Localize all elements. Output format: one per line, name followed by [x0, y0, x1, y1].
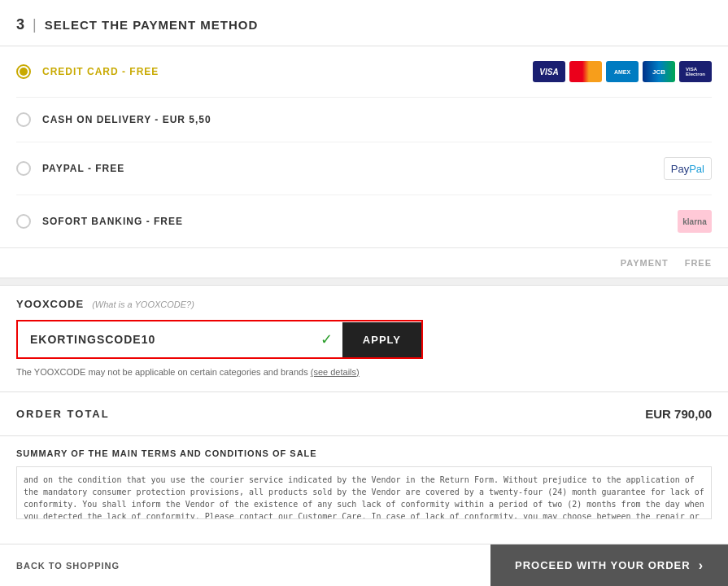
payment-summary-label: PAYMENT [621, 258, 669, 268]
radio-credit-card[interactable] [16, 64, 31, 79]
apply-button[interactable]: APPLY [342, 322, 421, 357]
paypal-icon: Pay Pal [664, 157, 712, 180]
proceed-button[interactable]: PROCEED WITH YOUR ORDER › [490, 544, 728, 586]
payment-icons-paypal: Pay Pal [664, 157, 712, 180]
radio-paypal[interactable] [16, 161, 31, 176]
paypal-pal-text: Pal [689, 163, 704, 175]
payment-options: CREDIT CARD - FREE VISA AMEX JCB VISAEle… [0, 46, 728, 247]
step-divider: | [33, 16, 37, 33]
order-total-section: ORDER TOTAL EUR 790,00 [0, 391, 728, 436]
terms-text-area[interactable] [16, 466, 712, 519]
radio-sofort[interactable] [16, 214, 31, 229]
order-total-label: ORDER TOTAL [16, 408, 110, 420]
bottom-bar: BACK TO SHOPPING PROCEED WITH YOUR ORDER… [0, 544, 728, 586]
yooxcode-disclaimer: The YOOXCODE may not be applicable on ce… [16, 367, 712, 377]
proceed-arrow-icon: › [699, 558, 704, 573]
jcb-icon: JCB [643, 61, 675, 82]
order-total-value: EUR 790,00 [645, 407, 712, 421]
back-to-shopping-link[interactable]: BACK TO SHOPPING [0, 544, 490, 586]
yooxcode-section: YOOXCODE (What is a YOOXCODE?) ✓ APPLY T… [0, 286, 728, 385]
radio-cash-on-delivery[interactable] [16, 112, 31, 127]
payment-label-credit-card: CREDIT CARD - FREE [42, 66, 533, 77]
payment-summary: PAYMENT FREE [0, 247, 728, 278]
payment-icons-sofort: klarna [678, 210, 712, 233]
visa-electron-icon: VISAElectron [679, 61, 712, 82]
yooxcode-header: YOOXCODE (What is a YOOXCODE?) [16, 298, 712, 310]
valid-checkmark-icon: ✓ [311, 330, 342, 348]
page-wrapper: 3 | SELECT THE PAYMENT METHOD CREDIT CAR… [0, 0, 728, 586]
terms-section: SUMMARY OF THE MAIN TERMS AND CONDITIONS… [0, 436, 728, 530]
mastercard-icon [569, 61, 602, 82]
separator [0, 278, 728, 286]
paypal-pay-text: Pay [671, 163, 689, 175]
payment-icons-credit-card: VISA AMEX JCB VISAElectron [533, 61, 712, 82]
payment-option-paypal[interactable]: PAYPAL - FREE Pay Pal [16, 142, 712, 195]
yooxcode-link[interactable]: (What is a YOOXCODE?) [92, 300, 194, 309]
yooxcode-input-wrapper: ✓ APPLY [16, 320, 423, 359]
yooxcode-input[interactable] [18, 321, 311, 357]
klarna-icon: klarna [678, 210, 712, 233]
step-number: 3 [16, 16, 24, 33]
amex-icon: AMEX [606, 61, 639, 82]
payment-label-paypal: PAYPAL - FREE [42, 163, 664, 174]
yooxcode-title: YOOXCODE [16, 298, 84, 310]
yooxcode-disclaimer-link[interactable]: (see details) [311, 367, 360, 377]
section-header: 3 | SELECT THE PAYMENT METHOD [0, 0, 728, 46]
terms-title: SUMMARY OF THE MAIN TERMS AND CONDITIONS… [16, 448, 712, 458]
section-title: SELECT THE PAYMENT METHOD [45, 18, 259, 32]
proceed-button-label: PROCEED WITH YOUR ORDER [515, 559, 691, 571]
payment-label-sofort: SOFORT BANKING - FREE [42, 216, 678, 227]
payment-option-cash-on-delivery[interactable]: CASH ON DELIVERY - EUR 5,50 [16, 98, 712, 142]
payment-option-credit-card[interactable]: CREDIT CARD - FREE VISA AMEX JCB VISAEle… [16, 46, 712, 98]
payment-summary-value: FREE [685, 258, 712, 268]
payment-label-cash-on-delivery: CASH ON DELIVERY - EUR 5,50 [42, 114, 712, 125]
visa-icon: VISA [533, 61, 565, 82]
payment-option-sofort[interactable]: SOFORT BANKING - FREE klarna [16, 195, 712, 247]
